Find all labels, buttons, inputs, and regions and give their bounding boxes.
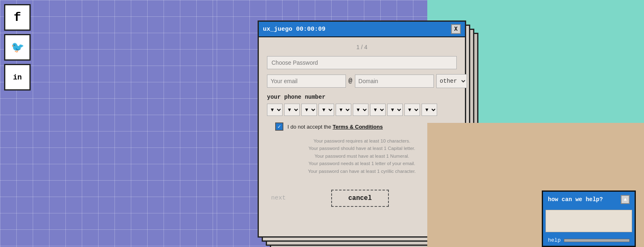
help-bottom: help <box>543 235 635 246</box>
tld-select[interactable]: other .com .net .org <box>436 74 467 88</box>
right-bottom: how can we help? ▲ help <box>427 123 644 247</box>
email-domain-input[interactable] <box>355 75 434 88</box>
password-input[interactable] <box>267 56 457 69</box>
dialog-titlebar: ux_juego 00:00:09 X <box>259 22 465 37</box>
help-title: how can we help? <box>548 196 603 203</box>
help-header: how can we help? ▲ <box>543 192 635 207</box>
close-icon: X <box>454 26 458 32</box>
middle-area: ux_juego 00:00:09 X 1 / 4 @ other <box>217 0 427 247</box>
phone-digit-7[interactable]: ▼ <box>370 104 386 116</box>
left-panel: f 🐦 in <box>0 0 217 247</box>
email-local-input[interactable] <box>267 75 346 88</box>
help-collapse-button[interactable]: ▲ <box>621 195 630 204</box>
phone-digit-6[interactable]: ▼ <box>353 104 368 116</box>
twitter-icon: 🐦 <box>11 41 24 54</box>
phone-digit-2[interactable]: ▼ <box>284 104 300 116</box>
phone-digit-10[interactable]: ▼ <box>422 104 437 116</box>
phone-digit-8[interactable]: ▼ <box>387 104 403 116</box>
collapse-icon: ▲ <box>624 197 626 202</box>
phone-digit-9[interactable]: ▼ <box>404 104 420 116</box>
phone-digit-4[interactable]: ▼ <box>319 104 334 116</box>
email-row: @ other .com .net .org <box>267 74 457 88</box>
terms-link[interactable]: Terms & Conditions <box>333 124 383 130</box>
help-input-area[interactable] <box>545 210 632 232</box>
help-label: help <box>548 237 561 243</box>
phone-dropdowns: ▼ ▼ ▼ ▼ ▼ ▼ ▼ ▼ ▼ ▼ <box>267 104 457 116</box>
linkedin-icon: in <box>13 73 22 82</box>
terms-text: I do not accept the Terms & Conditions <box>287 124 383 130</box>
phone-digit-3[interactable]: ▼ <box>301 104 317 116</box>
page-indicator: 1 / 4 <box>267 44 457 50</box>
facebook-button[interactable]: f <box>4 4 31 31</box>
facebook-icon: f <box>13 11 21 25</box>
terms-checkbox[interactable]: ✓ <box>275 122 283 131</box>
next-button[interactable]: next <box>271 195 286 202</box>
help-widget: how can we help? ▲ help <box>542 190 636 247</box>
twitter-button[interactable]: 🐦 <box>4 34 31 61</box>
help-progress-bar <box>564 239 630 242</box>
dialog-title: ux_juego 00:00:09 <box>263 26 325 33</box>
close-button[interactable]: X <box>451 24 461 34</box>
cancel-button[interactable]: cancel <box>331 190 389 207</box>
social-icons: f 🐦 in <box>4 4 31 91</box>
phone-digit-5[interactable]: ▼ <box>336 104 351 116</box>
linkedin-button[interactable]: in <box>4 64 31 91</box>
phone-digit-1[interactable]: ▼ <box>267 104 283 116</box>
phone-label: your phone number <box>267 94 457 100</box>
at-sign: @ <box>348 77 352 85</box>
